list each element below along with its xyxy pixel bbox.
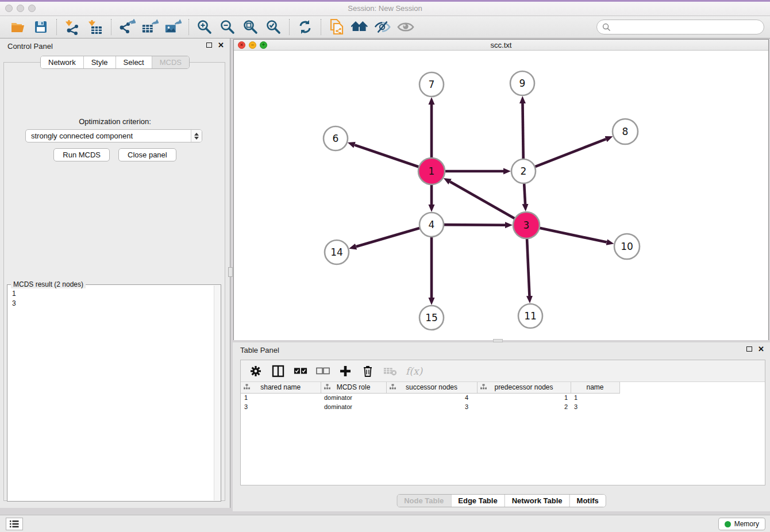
graph-node-8[interactable]: 8 xyxy=(613,119,638,144)
table-row[interactable]: 1dominator411 xyxy=(241,393,619,402)
graph-edge-3-11[interactable] xyxy=(527,237,530,296)
graph-edge-2-3[interactable] xyxy=(524,182,525,204)
node-table-header[interactable]: shared nameMCDS rolesuccessor nodesprede… xyxy=(241,382,619,393)
delete-table-icon[interactable] xyxy=(383,364,397,378)
column-manager-icon[interactable] xyxy=(271,364,285,378)
graph-edge-4-14[interactable] xyxy=(356,228,421,246)
result-scrollbar[interactable] xyxy=(214,286,221,500)
run-mcds-button[interactable]: Run MCDS xyxy=(53,148,110,161)
table-row[interactable]: 3dominator323 xyxy=(241,402,619,411)
table-cell[interactable]: 1 xyxy=(571,393,619,402)
column-header-name[interactable]: name xyxy=(571,382,619,393)
graph-node-7[interactable]: 7 xyxy=(419,72,444,97)
table-settings-icon[interactable] xyxy=(249,364,263,378)
float-panel-icon[interactable] xyxy=(206,43,212,48)
float-table-panel-icon[interactable] xyxy=(746,346,752,352)
tab-node-table[interactable]: Node Table xyxy=(397,495,451,507)
home-view-icon[interactable] xyxy=(351,18,368,36)
tab-motifs[interactable]: Motifs xyxy=(569,495,606,507)
graph-edge-3-1[interactable] xyxy=(450,182,516,219)
svg-text:15: 15 xyxy=(425,312,438,323)
list-icon xyxy=(9,520,20,528)
network-view-window: × − + scc.txt 7968124314101511 xyxy=(233,39,769,340)
graph-node-4[interactable]: 4 xyxy=(419,213,444,237)
zoom-in-icon[interactable] xyxy=(196,18,213,36)
table-cell[interactable]: 3 xyxy=(386,402,477,411)
graph-edge-4-3[interactable] xyxy=(442,225,505,225)
table-cell[interactable]: 4 xyxy=(386,393,477,402)
memory-status-icon xyxy=(725,521,731,527)
zoom-selected-icon[interactable] xyxy=(265,18,282,36)
show-all-icon[interactable] xyxy=(397,18,414,36)
graph-node-1[interactable]: 1 xyxy=(418,158,445,184)
zoom-out-icon[interactable] xyxy=(219,18,236,36)
network-graph-canvas[interactable]: 7968124314101511 xyxy=(234,51,768,340)
column-header-MCDS-role[interactable]: MCDS role xyxy=(321,382,386,393)
vertical-splitter-handle[interactable] xyxy=(228,267,233,277)
control-panel-tabs: NetworkStyleSelectMCDS xyxy=(40,56,190,69)
deselect-all-icon[interactable] xyxy=(316,364,330,378)
table-cell[interactable]: 3 xyxy=(571,402,619,411)
import-network-icon[interactable] xyxy=(64,18,81,36)
tab-network[interactable]: Network xyxy=(41,56,83,68)
open-session-icon[interactable] xyxy=(9,18,26,36)
graph-node-6[interactable]: 6 xyxy=(324,126,348,151)
dropdown-selected-value: strongly connected component xyxy=(26,132,191,140)
table-cell[interactable]: 1 xyxy=(477,393,571,402)
network-window-titlebar[interactable]: × − + scc.txt xyxy=(234,40,768,51)
node-table-body[interactable]: 1dominator4113dominator323 xyxy=(241,393,619,411)
refresh-icon[interactable] xyxy=(297,18,314,36)
graph-edge-1-6[interactable] xyxy=(355,145,420,167)
optimization-criterion-dropdown[interactable]: strongly connected component xyxy=(25,129,202,142)
close-panel-button[interactable]: Close panel xyxy=(118,148,176,161)
toolbar-separator xyxy=(289,19,290,35)
graph-node-14[interactable]: 14 xyxy=(325,240,349,264)
tab-network-table[interactable]: Network Table xyxy=(505,495,569,507)
graph-edge-2-9[interactable] xyxy=(522,103,523,160)
delete-column-icon[interactable] xyxy=(361,364,375,378)
graph-node-15[interactable]: 15 xyxy=(419,306,444,330)
graph-edge-3-10[interactable] xyxy=(538,228,607,242)
toolbar-separator xyxy=(321,19,321,35)
table-cell[interactable]: dominator xyxy=(321,393,386,402)
titlebar-accent-strip xyxy=(0,0,770,2)
column-header-shared-name[interactable]: shared name xyxy=(241,382,321,393)
select-all-icon[interactable] xyxy=(294,364,307,378)
graph-node-3[interactable]: 3 xyxy=(513,212,540,238)
table-cell[interactable]: dominator xyxy=(321,402,386,411)
copy-network-view-icon[interactable] xyxy=(328,18,345,36)
table-cell[interactable]: 3 xyxy=(241,402,321,411)
tab-mcds[interactable]: MCDS xyxy=(152,56,189,68)
main-toolbar xyxy=(0,16,770,38)
zoom-fit-icon[interactable] xyxy=(242,18,259,36)
export-image-icon[interactable] xyxy=(164,18,182,36)
table-cell[interactable]: 1 xyxy=(241,393,321,402)
svg-text:4: 4 xyxy=(429,219,435,230)
tab-style[interactable]: Style xyxy=(83,56,116,68)
import-table-icon[interactable] xyxy=(87,18,104,36)
column-header-predecessor-nodes[interactable]: predecessor nodes xyxy=(477,382,571,393)
task-history-button[interactable] xyxy=(6,518,23,530)
node-table[interactable]: shared nameMCDS rolesuccessor nodesprede… xyxy=(241,382,620,411)
export-table-icon[interactable] xyxy=(141,18,159,36)
graph-node-10[interactable]: 10 xyxy=(614,234,640,259)
hide-selected-icon[interactable] xyxy=(374,18,391,36)
close-panel-icon[interactable]: ✕ xyxy=(218,42,224,48)
close-table-panel-icon[interactable]: ✕ xyxy=(758,346,764,352)
graph-node-9[interactable]: 9 xyxy=(510,71,534,95)
column-header-successor-nodes[interactable]: successor nodes xyxy=(386,382,477,393)
table-cell[interactable]: 2 xyxy=(477,402,571,411)
memory-button[interactable]: Memory xyxy=(718,518,765,530)
save-session-icon[interactable] xyxy=(32,18,49,36)
graph-node-11[interactable]: 11 xyxy=(518,304,542,328)
mcds-result-node: 3 xyxy=(12,299,209,309)
add-column-icon[interactable] xyxy=(338,364,352,378)
tab-edge-table[interactable]: Edge Table xyxy=(451,495,504,507)
search-input[interactable] xyxy=(611,23,754,32)
tab-select[interactable]: Select xyxy=(116,56,152,68)
graph-node-2[interactable]: 2 xyxy=(511,159,536,183)
search-box[interactable] xyxy=(596,20,764,34)
graph-edge-2-8[interactable] xyxy=(534,139,606,167)
function-builder-icon[interactable]: f(x) xyxy=(406,365,422,377)
export-network-icon[interactable] xyxy=(118,18,136,36)
